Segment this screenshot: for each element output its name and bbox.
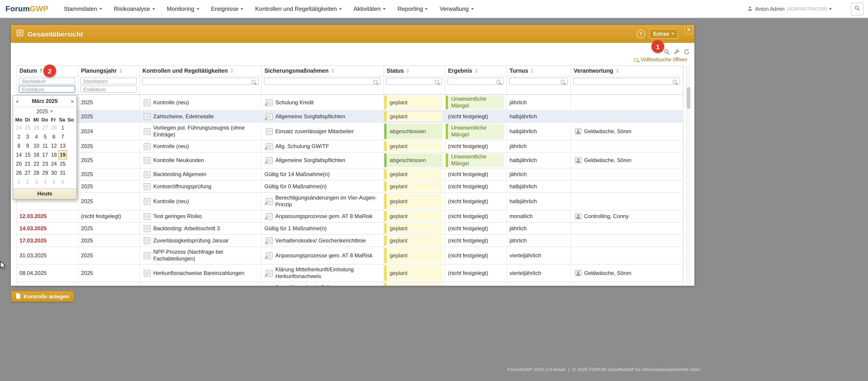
calendar-day[interactable]: 9 <box>23 141 32 150</box>
table-row[interactable]: 2025Kontrolle (neu)Allg. Schulung GW/TFg… <box>17 140 683 152</box>
calendar-day[interactable]: 3 <box>32 177 41 186</box>
calendar-day[interactable]: 2 <box>14 132 23 141</box>
kontrollen-filter-input[interactable] <box>142 78 258 85</box>
status-filter-input[interactable] <box>386 78 442 85</box>
table-row[interactable]: 2024Vorliegen pol. Führungszeugnis (ohne… <box>17 123 683 140</box>
wrench-settings-icon[interactable] <box>674 49 680 57</box>
table-row[interactable]: 2025Zahlscheine, EdelmetalleAllgemeine S… <box>17 111 683 123</box>
refresh-icon[interactable] <box>684 49 690 57</box>
calendar-day[interactable]: 23 <box>41 159 50 168</box>
calendar-day[interactable]: 27 <box>41 123 50 132</box>
menu-monitoring[interactable]: Monitoring <box>167 5 199 12</box>
calendar-day[interactable]: 6 <box>58 177 67 186</box>
calendar-day[interactable]: 27 <box>23 168 32 177</box>
calendar-day[interactable]: 17 <box>41 150 50 159</box>
startdatum-input[interactable] <box>19 78 75 84</box>
calendar-day[interactable]: 13 <box>58 141 67 150</box>
menu-reporting[interactable]: Reporting <box>397 5 428 12</box>
turnus-filter-input[interactable] <box>509 78 568 85</box>
menu-aktivit-ten[interactable]: Aktivitäten <box>353 5 385 12</box>
table-row[interactable]: 14.03.20252025Backtesting: Arbeitsschrit… <box>17 222 683 235</box>
calendar-day[interactable]: 1 <box>14 177 23 186</box>
calendar-day[interactable]: 25 <box>58 159 67 168</box>
calendar-prev-icon[interactable]: ◀ <box>16 99 18 103</box>
kontrolle-anlegen-button[interactable]: Kontrolle anlegen <box>11 291 74 302</box>
calendar-day[interactable]: 28 <box>32 168 41 177</box>
calendar-day[interactable]: 28 <box>50 123 58 132</box>
column-header-sicherungsma-nahmen[interactable]: Sicherungsmaßnahmen <box>262 66 384 76</box>
calendar-day[interactable]: 1 <box>58 123 67 132</box>
calendar-day[interactable]: 8 <box>14 141 23 150</box>
calendar-day[interactable]: 2 <box>23 177 32 186</box>
table-row[interactable]: 08.04.20252025Herkunftsnachweise Bareinz… <box>17 265 683 282</box>
calendar-day[interactable]: 7 <box>58 132 67 141</box>
scrollbar-thumb[interactable] <box>687 87 690 109</box>
help-button[interactable]: ? <box>637 30 645 38</box>
calendar-day[interactable]: 5 <box>41 132 50 141</box>
calendar-day[interactable]: 26 <box>32 123 41 132</box>
global-search-button[interactable] <box>851 2 864 15</box>
today-button[interactable]: Heute <box>13 188 76 199</box>
calendar-day[interactable]: 26 <box>14 168 23 177</box>
person-icon <box>575 213 581 219</box>
calendar-day[interactable]: 31 <box>58 168 67 177</box>
column-header-status[interactable]: Status <box>384 66 445 76</box>
menu-stammdaten[interactable]: Stammdaten <box>64 5 102 12</box>
calendar-day-today[interactable]: 19 <box>58 150 67 159</box>
app-logo[interactable]: ForumGWP <box>5 4 49 13</box>
calendar-day[interactable]: 30 <box>50 168 58 177</box>
user-menu[interactable]: Anton Admin (ADMINISTRATOR) <box>747 5 832 13</box>
grid-search-icon[interactable] <box>664 49 670 57</box>
vertical-scrollbar[interactable] <box>686 65 691 284</box>
calendar-day[interactable]: 12 <box>50 141 58 150</box>
planungsjahr-start-input[interactable] <box>81 78 136 84</box>
result-badge: Unwesentliche Mängel <box>446 153 504 167</box>
fulltext-search-link[interactable]: Volltextsuche öffnen <box>634 57 687 62</box>
calendar-day[interactable]: 4 <box>41 177 50 186</box>
calendar-year-select[interactable]: 2025 <box>13 107 76 115</box>
column-header-kontrollen-und-regelt-tigkeiten[interactable]: Kontrollen und Regeltätigkeiten <box>140 66 262 76</box>
table-row[interactable]: 02.06.20252025Kontrolle (neu)Auszahlungs… <box>17 282 683 286</box>
menu-kontrollen-und-regelt-tigkeiten[interactable]: Kontrollen und Regeltätigkeiten <box>255 5 342 12</box>
column-header-ergebnis[interactable]: Ergebnis <box>445 66 507 76</box>
table-row[interactable]: 12.03.2025(nicht festgelegt)Test geringe… <box>17 210 683 222</box>
sicherungsmassnahmen-filter-input[interactable] <box>264 78 381 85</box>
verantwortung-filter-input[interactable] <box>573 78 680 85</box>
calendar-next-icon[interactable]: ▶ <box>71 99 74 103</box>
table-row[interactable]: 2025Kontrolle (neu)Berechtigungsänderung… <box>17 193 683 210</box>
ergebnis-filter-input[interactable] <box>447 78 504 85</box>
extras-button[interactable]: Extras <box>649 29 678 39</box>
table-row[interactable]: 31.03.20252025NPP-Prozess (Nachfrage bei… <box>17 247 683 265</box>
calendar-day[interactable]: 4 <box>32 132 41 141</box>
calendar-day[interactable]: 25 <box>23 123 32 132</box>
planungsjahr-end-input[interactable] <box>81 86 136 93</box>
table-row[interactable]: 2025Kontrolle NeukundenAllgemeine Sorgfa… <box>17 152 683 168</box>
calendar-day[interactable]: 14 <box>14 150 23 159</box>
table-row[interactable]: 17.03.20252025Zuverlässigkeitsprüfung Ja… <box>17 235 683 247</box>
menu-risikoanalyse[interactable]: Risikoanalyse <box>114 5 155 12</box>
calendar-day[interactable]: 16 <box>32 150 41 159</box>
calendar-day[interactable]: 15 <box>23 150 32 159</box>
calendar-day[interactable]: 21 <box>23 159 32 168</box>
calendar-day[interactable]: 6 <box>50 132 58 141</box>
table-row[interactable]: 2025Backtesting AllgemeinGültig für 14 M… <box>17 168 683 180</box>
calendar-day[interactable]: 3 <box>23 132 32 141</box>
calendar-day[interactable]: 29 <box>41 168 50 177</box>
calendar-day[interactable]: 5 <box>50 177 58 186</box>
calendar-day[interactable]: 24 <box>14 123 23 132</box>
calendar-day[interactable]: 24 <box>50 159 58 168</box>
menu-ereignisse[interactable]: Ereignisse <box>211 5 243 12</box>
enddatum-input[interactable] <box>19 86 75 93</box>
calendar-day[interactable]: 22 <box>32 159 41 168</box>
calendar-day[interactable]: 20 <box>14 159 23 168</box>
calendar-day[interactable]: 18 <box>50 150 58 159</box>
close-window-button[interactable]: ✕ <box>684 26 693 34</box>
menu-verwaltung[interactable]: Verwaltung <box>440 5 474 12</box>
column-header-verantwortung[interactable]: Verantwortung <box>571 66 683 76</box>
calendar-day[interactable]: 10 <box>32 141 41 150</box>
table-row[interactable]: 2025KontoeröffnungsprüfungGültig für 0 M… <box>17 180 683 193</box>
calendar-day[interactable]: 11 <box>41 141 50 150</box>
table-row[interactable]: 2025Kontrolle (neu)Schulung Kreditgeplan… <box>17 95 683 111</box>
column-header-turnus[interactable]: Turnus <box>507 66 571 76</box>
column-header-planungsjahr[interactable]: Planungsjahr <box>78 66 140 76</box>
